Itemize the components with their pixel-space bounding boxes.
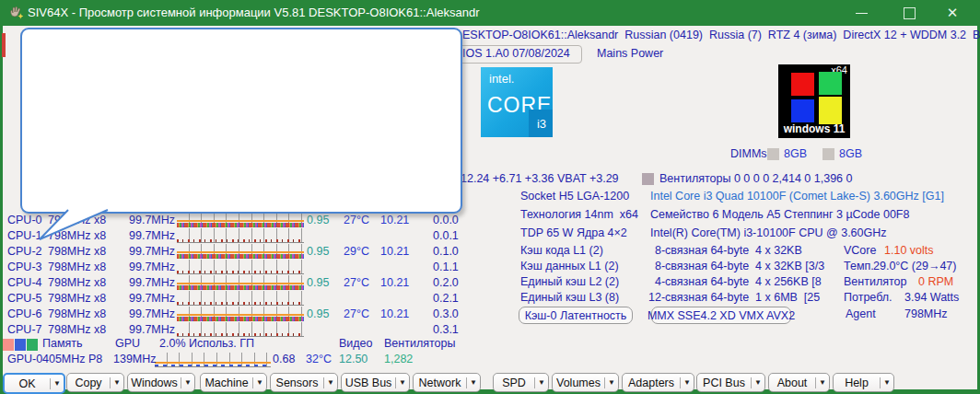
row-color-swatch-partial — [2, 33, 6, 57]
toolbar-button-spd[interactable]: SPD▼ — [493, 373, 549, 392]
dropdown-arrow-icon[interactable]: ▼ — [396, 378, 409, 387]
cpu-brand-string: Intel Core i3 Quad 10100F (Comet Lake-S)… — [650, 190, 944, 203]
tooltip-tail — [39, 209, 109, 240]
intel-core-i3-logo: intel. CORE i3 — [481, 67, 553, 137]
toolbar-button-label: USB Bus — [342, 377, 395, 389]
cpu-apic: 0.2.1 — [433, 292, 459, 305]
toolbar-button-label: Network — [414, 377, 466, 389]
dropdown-arrow-icon[interactable]: ▼ — [467, 378, 480, 387]
dropdown-arrow-icon[interactable]: ▼ — [816, 378, 829, 387]
power-source-text: Mains Power — [597, 47, 663, 60]
cpu-temp: 27°C — [344, 307, 369, 320]
cpu-apic: 0.3.0 — [433, 307, 459, 320]
siv64x-window: SIV64X - Просмотр системной информации V… — [0, 0, 980, 394]
intel-i3-text: i3 — [537, 117, 546, 131]
cpu-temp-label: Темп. — [844, 260, 874, 272]
memory-color-swatch — [3, 339, 14, 351]
toolbar-button-about[interactable]: About▼ — [768, 373, 830, 392]
gpu-multiplier: 405MHz P8 — [42, 353, 102, 365]
toolbar-button-network[interactable]: Network▼ — [413, 373, 481, 392]
intel-brand-text: intel. — [489, 72, 514, 86]
dimms-label: DIMMs — [730, 147, 767, 160]
cpu1-tooltip — [20, 28, 462, 214]
toolbar-button-windows[interactable]: Windows▼ — [127, 373, 195, 392]
maximize-button[interactable] — [889, 0, 929, 26]
l2-cache-value: 4-связная 64-byte 4 x 256KB [8 — [648, 275, 822, 288]
cpu-multiplier: 798MHz x8 — [48, 307, 106, 320]
cpu-fan-label: Вентилятор — [844, 275, 906, 288]
gpu-temp: 32°C — [306, 353, 332, 365]
dropdown-arrow-icon[interactable]: ▼ — [181, 378, 194, 387]
cpu-power: 10.21 — [380, 276, 409, 289]
toolbar-button-volumes[interactable]: Volumes▼ — [552, 373, 619, 392]
dropdown-arrow-icon[interactable]: ▼ — [253, 378, 266, 387]
toolbar-button-label: Adapters — [623, 377, 680, 389]
cpu-ratio: 0.95 — [307, 276, 329, 289]
l1-data-cache-label: Кэш данных L1 (2) — [520, 260, 619, 272]
toolbar-button-label: PCI Bus — [697, 377, 751, 389]
gpu-name: GPU-0 — [7, 353, 42, 365]
toolbar-button-label: Copy — [67, 377, 110, 389]
gpu-header-memory: Память — [42, 337, 83, 350]
toolbar-button-adapters[interactable]: Adapters▼ — [622, 373, 694, 392]
toolbar-button-label: Volumes — [553, 377, 604, 389]
toolbar-button-pci-bus[interactable]: PCI Bus▼ — [696, 373, 765, 392]
minimize-button[interactable] — [841, 0, 881, 26]
cpu-features-button[interactable]: MMX SSE4.2 XD VMX AVX2 — [651, 307, 791, 324]
toolbar-button-sensors[interactable]: Sensors▼ — [270, 373, 338, 392]
dropdown-arrow-icon[interactable]: ▼ — [605, 378, 618, 387]
cpu-power-label: Потребл. — [844, 291, 892, 304]
l1-code-cache-value: 8-связная 64-byte 4 x 32KB — [648, 244, 802, 257]
agent-value: 798MHz — [904, 307, 948, 320]
dropdown-arrow-icon[interactable]: ▼ — [681, 378, 694, 387]
dropdown-arrow-icon[interactable]: ▼ — [881, 378, 893, 387]
dropdown-arrow-icon[interactable]: ▼ — [111, 378, 123, 387]
agent-label: Agent — [846, 307, 876, 320]
cpu-name-value: Intel(R) Core(TM) i3-10100F CPU @ 3.60GH… — [650, 226, 887, 239]
dropdown-arrow-icon[interactable]: ▼ — [324, 378, 337, 387]
cpu-ratio: 0.95 — [307, 245, 329, 258]
cpu-name: CPU-5 — [7, 292, 42, 305]
cpu-ratio: 0.95 — [307, 307, 329, 320]
dimm-size-1: 8GB — [784, 147, 807, 160]
cpu-bclk: 99.7MHz — [129, 214, 175, 226]
cpu-name: CPU-6 — [7, 307, 42, 320]
toolbar-button-label: Windows — [128, 377, 181, 389]
toolbar-button-ok[interactable]: OK▼ — [3, 373, 65, 394]
cpu-apic: 0.0.0 — [433, 214, 459, 226]
dropdown-arrow-icon[interactable]: ▼ — [535, 378, 548, 387]
toolbar-button-label: Help — [834, 377, 880, 389]
toolbar-button-copy[interactable]: Copy▼ — [66, 373, 124, 392]
cpu-history-graph — [177, 228, 304, 243]
windows-logo-blue-square — [791, 99, 814, 122]
cpu-apic: 0.1.0 — [433, 245, 459, 258]
cpu-history-graph — [177, 260, 304, 274]
cpu-apic: 0.0.1 — [433, 229, 459, 242]
gpu-clock: 139MHz — [113, 353, 157, 365]
cpu-apic: 0.1.1 — [433, 261, 459, 273]
cpu-socket-label: Socket H5 LGA-1200 — [520, 190, 629, 203]
cpu-apic: 0.2.0 — [433, 276, 459, 289]
cpu-multiplier: 798MHz x8 — [48, 261, 106, 273]
vcore-value: 1.10 volts — [884, 244, 934, 257]
gpu-history-graph — [155, 353, 271, 367]
toolbar-button-help[interactable]: Help▼ — [833, 373, 894, 392]
toolbar-button-machine[interactable]: Machine▼ — [200, 373, 267, 392]
cpu-history-graph — [177, 275, 304, 290]
gpu-header-fans: Вентиляторы — [384, 337, 455, 350]
fan-header-icon — [642, 173, 654, 185]
cpu-bclk: 99.7MHz — [129, 245, 175, 258]
cpu-name: CPU-4 — [7, 276, 42, 289]
windows-label-text: windows 11 — [778, 122, 850, 135]
dropdown-arrow-icon[interactable]: ▼ — [752, 378, 764, 387]
cache-latency-button[interactable]: Кэш-0 Латентность — [519, 307, 633, 324]
toolbar-button-usb-bus[interactable]: USB Bus▼ — [341, 373, 410, 392]
fans-readout: Вентиляторы 0 0 0 0 2,414 0 1,396 0 — [659, 172, 853, 185]
cpu-history-graph — [177, 213, 304, 227]
close-button[interactable]: ✕ — [932, 0, 973, 26]
gpu-ratio: 0.68 — [273, 353, 295, 365]
cpu-name: CPU-7 — [7, 323, 42, 336]
windows-logo-red-square — [791, 73, 814, 96]
titlebar[interactable]: SIV64X - Просмотр системной информации V… — [0, 0, 980, 26]
dropdown-arrow-icon[interactable]: ▼ — [51, 379, 64, 388]
